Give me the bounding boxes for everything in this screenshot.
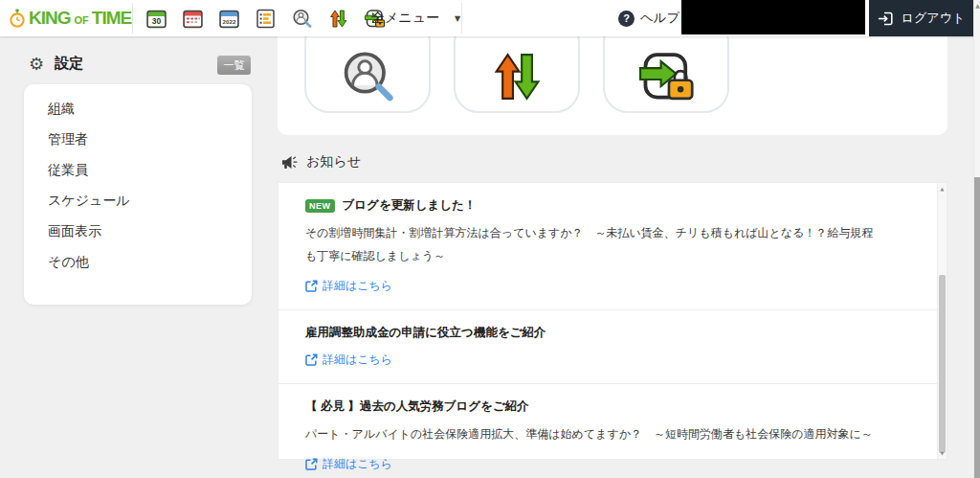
brand-text-of: OF: [75, 14, 89, 26]
brand-text-time: TIME: [92, 8, 131, 29]
employee-search-button[interactable]: [291, 8, 313, 30]
brand-text-king: KING: [29, 8, 71, 29]
report-list-icon: [255, 8, 277, 30]
new-badge: NEW: [305, 199, 335, 213]
news-detail-link-label: 詳細はこちら: [323, 278, 392, 294]
news-item: 雇用調整助成金の申請に役立つ機能をご紹介 詳細はこちら: [278, 309, 947, 383]
svg-text:2022: 2022: [223, 17, 236, 24]
employee-search-icon: [291, 8, 313, 30]
scroll-down-icon[interactable]: ▼: [938, 450, 947, 456]
news-title: お知らせ: [306, 153, 361, 171]
import-export-arrows-icon: [487, 47, 546, 106]
employee-search-icon: [338, 47, 397, 106]
report-list-button[interactable]: [255, 8, 277, 30]
external-link-icon: [305, 280, 318, 292]
external-link-icon: [305, 458, 318, 470]
news-item: 【 必見 】過去の人気労務ブログをご紹介 パート・アルバイトの社会保険適用拡大、…: [278, 383, 947, 478]
app-window: KING OF TIME 30: [0, 0, 980, 478]
news-item-title: 雇用調整助成金の申請に役立つ機能をご紹介: [305, 325, 546, 341]
brand-logo[interactable]: KING OF TIME: [8, 0, 131, 36]
calendar-daily-30-button[interactable]: 30: [145, 8, 167, 30]
chevron-down-icon: ▼: [455, 14, 460, 23]
news-section-header: お知らせ: [281, 153, 361, 171]
sidebar-item-screen-display[interactable]: 画面表示: [24, 216, 252, 246]
settings-menu: 組織 管理者 従業員 スケジュール 画面表示 その他: [24, 84, 252, 305]
logout-button[interactable]: ログアウト: [869, 0, 973, 36]
header-divider: [461, 3, 462, 34]
help-button[interactable]: ? ヘルプ: [618, 0, 679, 36]
window-scrollbar-thumb[interactable]: [974, 177, 980, 478]
settings-title: 設定: [55, 55, 83, 73]
news-detail-link[interactable]: 詳細はこちら: [305, 352, 392, 368]
settings-section-header: ⚙ 設定: [29, 55, 83, 73]
question-icon: ?: [618, 11, 635, 27]
all-menu-label: 全メニュー: [371, 10, 439, 27]
news-detail-link-label: 詳細はこちら: [323, 456, 392, 472]
top-header: KING OF TIME 30: [0, 0, 980, 36]
export-lock-icon: [636, 47, 696, 106]
calendar-year-2022-icon: 2022: [218, 8, 240, 30]
sidebar-item-employee[interactable]: 従業員: [24, 154, 252, 185]
news-item-body: その割増時間集計・割増計算方法は合っていますか？ ～未払い賃金、チリも積もれば山…: [305, 221, 880, 267]
external-link-icon: [305, 353, 318, 366]
header-divider: [132, 3, 133, 34]
calendar-daily-30-icon: 30: [145, 8, 167, 30]
news-detail-link[interactable]: 詳細はこちら: [305, 278, 392, 294]
window-scrollbar[interactable]: ▲: [973, 0, 980, 478]
scroll-up-icon[interactable]: ▲: [938, 186, 947, 192]
news-detail-link[interactable]: 詳細はこちら: [305, 456, 392, 472]
scroll-up-icon[interactable]: ▲: [974, 2, 980, 9]
redacted-company-name: [681, 0, 865, 34]
sidebar-item-others[interactable]: その他: [24, 246, 252, 277]
calendar-schedule-icon: [182, 8, 204, 30]
quick-access-panel: [278, 36, 947, 135]
news-item-body: パート・アルバイトの社会保険適用拡大、準備は始めてますか？ ～短時間労働者も社会…: [305, 422, 880, 445]
help-label: ヘルプ: [640, 10, 679, 27]
megaphone-icon: [281, 155, 298, 170]
svg-text:30: 30: [152, 16, 162, 26]
stopwatch-icon: [8, 9, 27, 28]
logout-label: ログアウト: [902, 10, 966, 27]
sidebar-item-organization[interactable]: 組織: [24, 93, 252, 124]
calendar-schedule-button[interactable]: [182, 8, 204, 30]
news-item-title: 【 必見 】過去の人気労務ブログをご紹介: [305, 398, 529, 415]
header-toolbar: 30: [145, 0, 386, 36]
gear-icon: ⚙: [29, 56, 44, 73]
calendar-year-2022-button[interactable]: 2022: [218, 8, 240, 30]
import-export-arrows-button[interactable]: [327, 8, 349, 30]
news-card: NEW ブログを更新しました！ その割増時間集計・割増計算方法は合っていますか？…: [278, 182, 947, 460]
news-detail-link-label: 詳細はこちら: [323, 352, 392, 368]
all-menu-dropdown[interactable]: 全メニュー ▼: [371, 0, 460, 36]
logout-icon: [878, 11, 894, 27]
news-card-scrollbar[interactable]: ▲ ▼: [937, 183, 947, 459]
settings-list-button[interactable]: 一覧: [217, 56, 251, 75]
sidebar-item-administrator[interactable]: 管理者: [24, 124, 252, 154]
news-item: NEW ブログを更新しました！ その割増時間集計・割増計算方法は合っていますか？…: [278, 183, 947, 309]
news-scrollbar-thumb[interactable]: [939, 275, 946, 453]
news-item-title: ブログを更新しました！: [343, 197, 477, 214]
sidebar-item-schedule[interactable]: スケジュール: [24, 185, 252, 216]
import-export-arrows-icon: [327, 8, 349, 30]
